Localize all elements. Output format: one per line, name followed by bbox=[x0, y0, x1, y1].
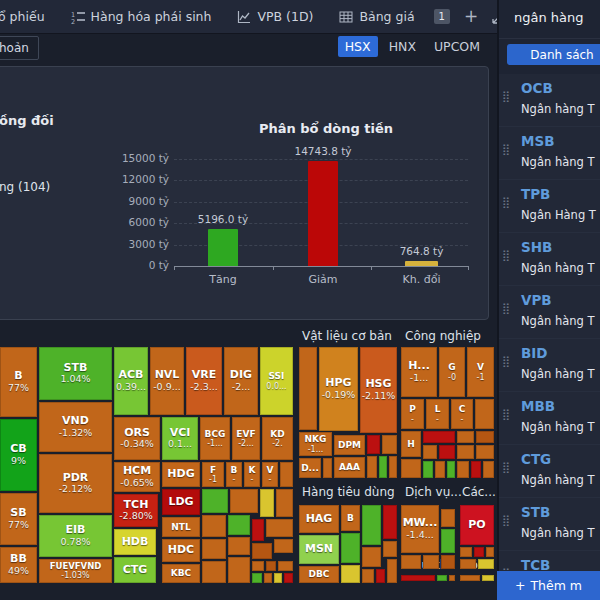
add-symbol-button[interactable]: + Thêm m bbox=[497, 571, 600, 600]
treemap-cell-small[interactable] bbox=[228, 515, 250, 535]
treemap-cell-NKG[interactable]: NKG-1... bbox=[299, 432, 332, 456]
treemap-cell-small[interactable] bbox=[460, 575, 480, 581]
treemap-cell-small[interactable] bbox=[387, 559, 397, 583]
drag-handle-icon[interactable]: ⣿ bbox=[502, 196, 510, 209]
treemap-cell-small[interactable] bbox=[475, 399, 494, 429]
treemap-cell-LDG[interactable]: LDG bbox=[162, 489, 200, 515]
exchange-tab-hnx[interactable]: HNX bbox=[382, 36, 423, 57]
treemap-cell-small[interactable] bbox=[483, 461, 494, 478]
treemap-cell-STB[interactable]: STB1.04% bbox=[39, 347, 112, 400]
drag-handle-icon[interactable]: ⣿ bbox=[502, 249, 510, 262]
watchlist-item-MBB[interactable]: ⣿MBBNgân hàng T bbox=[499, 392, 600, 445]
drag-handle-icon[interactable]: ⣿ bbox=[502, 302, 510, 315]
treemap-cell-small[interactable] bbox=[202, 539, 226, 559]
treemap-cell-H[interactable]: H...-1... bbox=[401, 347, 437, 397]
treemap-cell-small[interactable] bbox=[457, 431, 474, 443]
tab-stocks[interactable]: ổ phiếu bbox=[0, 0, 58, 33]
treemap-cell-CB[interactable]: CB9% bbox=[0, 419, 37, 491]
treemap-cell-small[interactable] bbox=[383, 541, 397, 557]
treemap-cell-HAG[interactable]: HAG bbox=[299, 505, 339, 533]
treemap-cell-KD[interactable]: KD-2. bbox=[262, 417, 293, 460]
treemap-cell-small[interactable] bbox=[376, 569, 385, 583]
tab-chart-vpb[interactable]: VPB (1D) bbox=[224, 0, 326, 33]
treemap-cell-small[interactable] bbox=[341, 565, 360, 583]
treemap-cell-small[interactable] bbox=[299, 347, 317, 430]
treemap-cell-small[interactable] bbox=[284, 573, 293, 583]
treemap-cell-BB[interactable]: BB49% bbox=[0, 547, 37, 583]
treemap-cell-SB[interactable]: SB77% bbox=[0, 493, 37, 545]
treemap-cell-small[interactable] bbox=[278, 561, 293, 571]
treemap-cell-small[interactable] bbox=[474, 547, 484, 557]
watchlist-item-TPB[interactable]: ⣿TPBNgân Hàng T bbox=[499, 180, 600, 233]
watchlist-item-OCB[interactable]: ⣿OCBNgân hàng T bbox=[499, 74, 600, 127]
treemap-cell-small[interactable] bbox=[441, 529, 455, 553]
treemap-cell-small[interactable] bbox=[379, 456, 387, 478]
treemap-cell-small[interactable] bbox=[401, 575, 435, 581]
treemap-cell-B[interactable]: B- bbox=[226, 462, 242, 487]
treemap-cell-small[interactable] bbox=[439, 445, 455, 459]
treemap-cell-small[interactable] bbox=[471, 461, 481, 478]
treemap-cell-B[interactable]: B bbox=[341, 505, 360, 531]
watchlist-item-CTG[interactable]: ⣿CTGNgân hàng T bbox=[499, 445, 600, 498]
treemap-cell-small[interactable] bbox=[228, 537, 250, 555]
treemap-cell-small[interactable] bbox=[478, 559, 494, 569]
treemap-cell-D[interactable]: D... bbox=[299, 458, 321, 478]
treemap-cell-small[interactable] bbox=[266, 519, 293, 537]
treemap-cell-FUEVFVND[interactable]: FUEVFVND-1.03% bbox=[39, 559, 112, 583]
treemap-cell-DPM[interactable]: DPM bbox=[334, 435, 365, 455]
treemap-cell-P[interactable]: P- bbox=[401, 399, 424, 429]
treemap-cell-small[interactable] bbox=[457, 461, 469, 478]
treemap-cell-small[interactable] bbox=[460, 547, 472, 557]
treemap-cell-small[interactable] bbox=[323, 458, 332, 478]
treemap-cell-ORS[interactable]: ORS-0.34% bbox=[114, 417, 160, 460]
treemap-cell-NTL[interactable]: NTL bbox=[162, 517, 200, 537]
treemap-cell-small[interactable] bbox=[264, 573, 272, 583]
treemap-cell-V[interactable]: V-1 bbox=[467, 347, 494, 397]
treemap-cell-HDC[interactable]: HDC bbox=[162, 539, 200, 562]
treemap-cell-small[interactable] bbox=[457, 445, 474, 459]
treemap-cell-small[interactable] bbox=[274, 539, 293, 553]
treemap-cell-small[interactable] bbox=[362, 547, 381, 567]
watchlist-item-VPB[interactable]: ⣿VPBNgân hàng T bbox=[499, 286, 600, 339]
treemap-cell-small[interactable] bbox=[476, 445, 494, 459]
treemap-cell-small[interactable] bbox=[341, 533, 360, 563]
treemap-cell-G[interactable]: G-0 bbox=[439, 347, 465, 397]
treemap-cell-small[interactable] bbox=[383, 505, 397, 539]
treemap-cell-HPG[interactable]: HPG-0.19% bbox=[319, 347, 358, 431]
treemap-cell-small[interactable] bbox=[252, 561, 264, 571]
treemap-cell-HDG[interactable]: HDG bbox=[162, 462, 200, 487]
treemap-cell-small[interactable] bbox=[382, 435, 397, 454]
treemap-cell-small[interactable] bbox=[266, 561, 276, 571]
treemap-cell-small[interactable] bbox=[362, 569, 374, 583]
treemap-cell-small[interactable] bbox=[441, 509, 455, 527]
treemap-cell-EVF[interactable]: EVF-2... bbox=[232, 417, 260, 460]
treemap-cell-small[interactable] bbox=[202, 561, 226, 583]
treemap-cell-V[interactable]: V- bbox=[262, 462, 278, 487]
treemap-cell-MW[interactable]: MW...-1.4... bbox=[401, 505, 439, 553]
tab-derivatives[interactable]: 12 Hàng hóa phái sinh bbox=[58, 0, 225, 33]
treemap-cell-small[interactable] bbox=[441, 555, 455, 569]
treemap-cell-AAA[interactable]: AAA bbox=[334, 457, 365, 478]
add-tab-icon[interactable]: + bbox=[464, 8, 478, 25]
treemap-cell-small[interactable] bbox=[460, 559, 476, 569]
drag-handle-icon[interactable]: ⣿ bbox=[502, 514, 510, 527]
tab-count-badge[interactable]: 1 bbox=[434, 9, 450, 24]
drag-handle-icon[interactable]: ⣿ bbox=[502, 461, 510, 474]
treemap-cell-small[interactable] bbox=[260, 489, 274, 517]
watchlist-item-MSB[interactable]: ⣿MSBNgân hàng T bbox=[499, 127, 600, 180]
treemap-cell-small[interactable] bbox=[486, 547, 494, 557]
treemap-cell-small[interactable] bbox=[401, 459, 421, 478]
treemap-cell-HSG[interactable]: HSG-2.11% bbox=[360, 347, 397, 433]
watchlist-item-SHB[interactable]: ⣿SHBNgân hàng T bbox=[499, 233, 600, 286]
treemap-cell-DIG[interactable]: DIG-2... bbox=[224, 347, 258, 415]
list-view-button[interactable]: Danh sách bbox=[507, 44, 600, 65]
treemap-cell-K[interactable]: K- bbox=[244, 462, 260, 487]
treemap-cell-small[interactable] bbox=[447, 461, 455, 478]
treemap-cell-VRE[interactable]: VRE-2.3... bbox=[186, 347, 222, 415]
treemap-cell-small[interactable] bbox=[482, 575, 494, 581]
treemap-cell-L[interactable]: L- bbox=[426, 399, 449, 429]
treemap-cell-small[interactable] bbox=[435, 461, 445, 478]
treemap-cell-small[interactable] bbox=[276, 489, 293, 517]
treemap-cell-SSI[interactable]: SSI0.0... bbox=[260, 347, 293, 415]
treemap-cell-small[interactable] bbox=[202, 515, 226, 537]
